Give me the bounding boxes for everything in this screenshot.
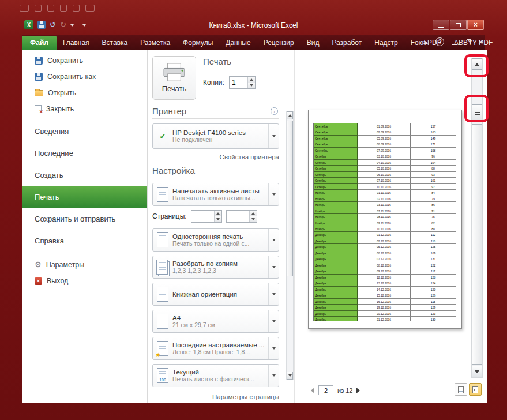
system-icon[interactable] bbox=[35, 5, 42, 12]
sidebar-item-save[interactable]: Сохранить bbox=[22, 52, 147, 69]
copies-down-icon[interactable] bbox=[248, 82, 255, 88]
pages-to-down-icon[interactable] bbox=[250, 216, 257, 222]
duplex-dropdown[interactable]: Односторонняя печать Печать только на од… bbox=[152, 228, 279, 252]
dropdown-caret[interactable] bbox=[268, 229, 279, 251]
system-icon-strip bbox=[20, 5, 95, 12]
pages-total-label: из 12 bbox=[337, 387, 352, 394]
tab-data[interactable]: Данные bbox=[219, 36, 257, 50]
collate-dropdown[interactable]: Разобрать по копиям 1,2,3 1,2,3 1,2,3 bbox=[152, 256, 279, 279]
print-what-dropdown[interactable]: Напечатать активные листы Напечатать тол… bbox=[152, 183, 279, 206]
preview-scrollbar[interactable] bbox=[471, 58, 483, 378]
printer-dropdown[interactable]: ✓ HP Deskjet F4100 series Не подключен bbox=[152, 123, 279, 149]
minimize-ribbon-icon[interactable] bbox=[423, 39, 428, 44]
print-button[interactable]: Печать bbox=[152, 56, 196, 100]
workbook-restore-icon[interactable] bbox=[465, 40, 471, 44]
pages-from-stepper[interactable] bbox=[191, 210, 222, 223]
pages-to-stepper[interactable] bbox=[226, 210, 257, 223]
copies-up-icon[interactable] bbox=[248, 77, 255, 82]
preview-table-row: Декабрь20.12.2016123 bbox=[314, 311, 456, 317]
page-setup-link[interactable]: Параметры страницы bbox=[212, 393, 279, 400]
dropdown-caret[interactable] bbox=[268, 256, 279, 278]
sidebar-item-recent[interactable]: Последние bbox=[22, 142, 147, 164]
sidebar-item-options[interactable]: ⚙ Параметры bbox=[22, 257, 147, 273]
copies-input[interactable]: 1 bbox=[230, 77, 247, 88]
sidebar-item-save-send[interactable]: Сохранить и отправить bbox=[22, 208, 147, 230]
system-icon[interactable] bbox=[47, 5, 54, 12]
maximize-button[interactable] bbox=[450, 20, 467, 30]
printer-properties-link[interactable]: Свойства принтера bbox=[220, 153, 279, 160]
pages-from-down-icon[interactable] bbox=[215, 216, 221, 222]
show-margins-button[interactable] bbox=[455, 383, 467, 396]
current-page-input[interactable]: 2 bbox=[318, 385, 333, 395]
settings-scroll-down-icon[interactable] bbox=[287, 372, 293, 380]
workbook-close-icon[interactable]: × bbox=[478, 38, 483, 46]
dropdown-caret[interactable] bbox=[268, 337, 279, 359]
sidebar-item-print[interactable]: Печать bbox=[22, 186, 147, 208]
paper-size-dropdown[interactable]: A4 21 см x 29,7 см bbox=[152, 310, 279, 333]
sidebar-item-close[interactable]: Закрыть bbox=[22, 101, 147, 117]
info-icon[interactable]: i bbox=[271, 107, 278, 115]
print-section-title: Печать bbox=[203, 56, 279, 69]
system-window-icon[interactable] bbox=[20, 5, 29, 12]
tab-review[interactable]: Рецензир bbox=[257, 36, 301, 50]
minimize-button[interactable] bbox=[433, 20, 449, 30]
preview-split-handle[interactable] bbox=[472, 104, 482, 122]
preview-table-row: Ноябрь02.11.201679 bbox=[314, 196, 456, 202]
next-page-icon[interactable] bbox=[356, 388, 363, 393]
preview-scroll-up-icon[interactable] bbox=[472, 58, 482, 70]
scale-100-icon: 100 bbox=[157, 368, 168, 383]
preview-table-row: Декабрь05.12.2016125 bbox=[314, 244, 456, 250]
dropdown-caret[interactable] bbox=[268, 183, 279, 205]
tab-developer[interactable]: Разработ bbox=[325, 36, 368, 50]
tab-view[interactable]: Вид bbox=[301, 36, 326, 50]
preview-scroll-down-icon[interactable] bbox=[472, 366, 482, 377]
printer-dropdown-caret[interactable] bbox=[268, 124, 279, 148]
tab-addins[interactable]: Надстр bbox=[368, 36, 404, 50]
dropdown-caret[interactable] bbox=[268, 283, 279, 305]
tab-page-layout[interactable]: Разметка bbox=[134, 36, 176, 50]
workbook-minimize-icon[interactable] bbox=[452, 44, 457, 45]
settings-scrollbar[interactable] bbox=[286, 111, 294, 380]
sidebar-item-help[interactable]: Справка bbox=[22, 230, 147, 252]
dropdown-caret[interactable] bbox=[268, 310, 279, 332]
margins-dropdown[interactable]: ★ Последние настраиваемые ... Левое: 1,8… bbox=[152, 337, 279, 360]
pages-to-up-icon[interactable] bbox=[250, 211, 257, 216]
tab-home[interactable]: Главная bbox=[57, 36, 96, 50]
copies-label: Копии: bbox=[203, 78, 224, 87]
sidebar-item-info[interactable]: Сведения bbox=[22, 121, 147, 142]
print-preview-area: Сентябрь01.09.2016157Сентябрь02.09.20161… bbox=[294, 50, 487, 403]
scaling-dropdown[interactable]: 100 Текущий Печать листов с фактическ... bbox=[152, 364, 279, 387]
tab-file[interactable]: Файл bbox=[22, 36, 57, 50]
sidebar-item-save-as[interactable]: Сохранить как bbox=[22, 69, 147, 85]
preview-scrollbar-thumb[interactable] bbox=[472, 124, 482, 365]
dropdown-caret[interactable] bbox=[268, 365, 279, 387]
preview-page: Сентябрь01.09.2016157Сентябрь02.09.20161… bbox=[308, 110, 462, 329]
sidebar-item-exit[interactable]: × Выход bbox=[22, 273, 147, 289]
help-icon[interactable]: ? bbox=[435, 38, 444, 46]
pages-from-input[interactable] bbox=[191, 211, 214, 222]
previous-page-icon[interactable] bbox=[308, 388, 314, 393]
orientation-dropdown[interactable]: Книжная ориентация bbox=[152, 283, 279, 306]
preview-table-row: Декабрь19.12.2016129 bbox=[314, 305, 456, 310]
settings-scroll-up-icon[interactable] bbox=[287, 111, 293, 119]
tab-formulas[interactable]: Формулы bbox=[176, 36, 219, 50]
preview-table-row: Декабрь13.12.2016134 bbox=[314, 280, 456, 286]
pages-from-up-icon[interactable] bbox=[215, 211, 221, 216]
sidebar-item-open[interactable]: Открыть bbox=[22, 85, 147, 101]
close-button[interactable]: × bbox=[467, 20, 484, 30]
pages-label: Страницы: bbox=[152, 212, 187, 220]
one-sided-icon bbox=[157, 232, 168, 247]
system-icon[interactable] bbox=[73, 5, 80, 12]
system-icon[interactable] bbox=[60, 5, 67, 12]
pages-to-input[interactable] bbox=[227, 211, 249, 222]
paper-size-icon bbox=[157, 314, 168, 329]
system-icon[interactable] bbox=[85, 5, 95, 12]
tab-insert[interactable]: Вставка bbox=[96, 36, 134, 50]
zoom-to-page-button[interactable] bbox=[469, 383, 482, 396]
settings-scrollbar-thumb[interactable] bbox=[287, 121, 293, 276]
copies-stepper[interactable]: 1 bbox=[229, 76, 256, 89]
settings-section-title: Настройка bbox=[152, 165, 279, 178]
preview-table-row: Ноябрь08.11.201675 bbox=[314, 214, 456, 220]
sidebar-item-new[interactable]: Создать bbox=[22, 164, 147, 186]
printer-ok-icon: ✓ bbox=[159, 132, 166, 141]
